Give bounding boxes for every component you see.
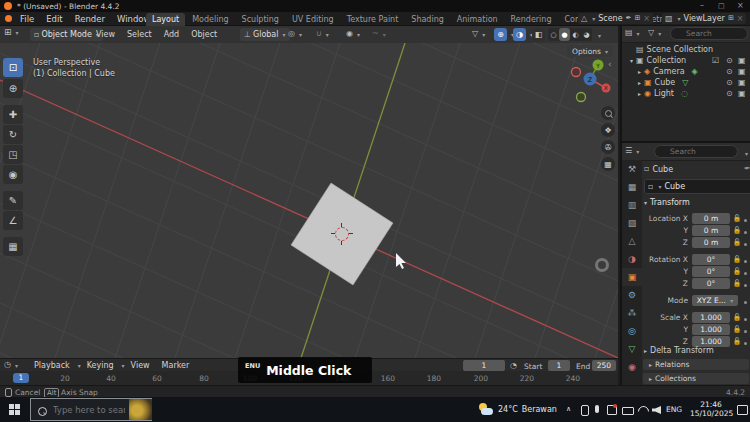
- add-cube-tool[interactable]: ▦: [3, 237, 23, 256]
- shading-solid-button[interactable]: ●: [559, 28, 570, 41]
- animate-dot[interactable]: [744, 330, 747, 333]
- remove-view-layer-icon[interactable]: ×: [737, 15, 744, 23]
- orientation-dropdown[interactable]: ⊥ Global ▾: [240, 28, 290, 41]
- rotation-z-field[interactable]: 0°: [692, 278, 730, 289]
- disclosure-triangle-icon[interactable]: ▸: [638, 69, 641, 75]
- disclosure-triangle-icon[interactable]: ▸: [638, 91, 641, 97]
- lock-icon[interactable]: 🔓: [733, 312, 741, 323]
- start-button[interactable]: [2, 397, 26, 422]
- lock-icon[interactable]: 🔓: [733, 266, 741, 277]
- exclude-checkbox[interactable]: ☑: [712, 57, 719, 65]
- eye-icon[interactable]: ⊙: [726, 79, 733, 87]
- pin-icon[interactable]: ✒: [626, 15, 632, 22]
- unlink-scene-icon[interactable]: ×: [643, 15, 650, 23]
- menu-object[interactable]: Object: [185, 29, 223, 41]
- outliner-row-scene-collection[interactable]: ▤ Scene Collection: [622, 44, 750, 55]
- workspace-tab-animation[interactable]: Animation: [451, 13, 504, 26]
- menu-view-timeline[interactable]: View: [125, 360, 156, 372]
- shading-rendered-button[interactable]: ◕: [581, 28, 592, 41]
- gizmos-toggle[interactable]: ⊕: [494, 28, 507, 41]
- camera-render-toggle-icon[interactable]: ▣: [738, 57, 746, 65]
- menu-file[interactable]: File: [14, 13, 40, 25]
- properties-editor-type-button[interactable]: ☰ ▾: [625, 147, 639, 155]
- chevron-down-icon[interactable]: ▾: [745, 150, 748, 157]
- animate-dot[interactable]: [744, 272, 747, 275]
- current-frame-field[interactable]: 1: [463, 360, 505, 371]
- overlays-toggle[interactable]: ◑: [513, 28, 526, 41]
- maximize-button[interactable]: □: [718, 2, 725, 10]
- location-z-field[interactable]: 0 m: [692, 237, 730, 248]
- shading-material-button[interactable]: ◐: [570, 28, 581, 41]
- tab-particles[interactable]: ⁂: [622, 304, 642, 322]
- animate-dot[interactable]: [744, 231, 747, 234]
- animate-dot[interactable]: [744, 260, 747, 263]
- minimize-button[interactable]: –: [700, 2, 704, 10]
- workspace-tab-uv-editing[interactable]: UV Editing: [286, 13, 340, 26]
- rotation-x-field[interactable]: 0°: [692, 254, 730, 265]
- outliner-row-cube[interactable]: ▸ ▣ Cube ▽ ⊙ ▣: [622, 77, 750, 88]
- blender-menu-icon[interactable]: [5, 15, 12, 22]
- rotate-tool[interactable]: ↻: [3, 125, 23, 144]
- hidden-icons-chevron[interactable]: ∧: [566, 405, 571, 413]
- viewport-3d[interactable]: User Perspective (1) Collection | Cube O…: [0, 43, 618, 358]
- zoom-view-button[interactable]: [601, 106, 615, 120]
- menu-view[interactable]: View: [90, 29, 121, 41]
- tab-tool[interactable]: ⚒: [622, 160, 642, 178]
- eye-icon[interactable]: ⊙: [726, 68, 733, 76]
- clock-widget[interactable]: 21:46 15/10/2025: [690, 400, 732, 418]
- lock-icon[interactable]: 🔓: [733, 336, 741, 347]
- workspace-tab-shading[interactable]: Shading: [405, 13, 450, 26]
- volume-tray-icon[interactable]: [652, 406, 661, 414]
- action-center-icon[interactable]: [737, 405, 748, 415]
- scale-x-field[interactable]: 1.000: [692, 312, 730, 323]
- camera-view-button[interactable]: ✇: [601, 140, 615, 154]
- animate-dot[interactable]: [744, 219, 747, 222]
- outliner-filter-button[interactable]: ▽ ▾: [648, 29, 661, 37]
- pivot-dropdown[interactable]: ◎ ▾: [288, 30, 302, 38]
- scene-selector[interactable]: △ ▾ Scene ✒ ⊞ ×: [578, 13, 653, 24]
- timeline-editor-type-button[interactable]: ◷ ▾: [4, 361, 18, 369]
- preview-range-toggle[interactable]: ◔: [510, 362, 517, 370]
- properties-search-input[interactable]: [654, 145, 738, 158]
- workspace-tab-layout[interactable]: Layout: [146, 13, 185, 26]
- ortho-view-button[interactable]: ▦: [601, 157, 615, 171]
- annotate-tool[interactable]: ✎: [3, 191, 23, 210]
- menu-playback[interactable]: Playback: [28, 360, 76, 372]
- tab-physics[interactable]: ◎: [622, 322, 642, 340]
- location-x-field[interactable]: 0 m: [692, 213, 730, 224]
- animate-dot[interactable]: [744, 243, 747, 246]
- cursor-tool[interactable]: ⊕: [3, 79, 23, 98]
- search-highlight-image[interactable]: [129, 399, 152, 420]
- new-scene-icon[interactable]: ⊞: [634, 15, 640, 22]
- navigation-gizmo[interactable]: Y Z X: [568, 56, 618, 106]
- animate-dot[interactable]: [744, 342, 747, 345]
- tab-scene[interactable]: △: [622, 232, 642, 250]
- new-view-layer-icon[interactable]: ⊞: [728, 15, 734, 22]
- wifi-tray-icon[interactable]: [636, 404, 652, 420]
- outliner-search-input[interactable]: [670, 27, 748, 40]
- delta-transform-panel[interactable]: ▸ Delta Transform: [644, 346, 714, 355]
- workspace-tab-rendering[interactable]: Rendering: [505, 13, 558, 26]
- xray-toggle[interactable]: ◧: [532, 28, 545, 41]
- collections-panel[interactable]: ▸Collections: [643, 373, 749, 384]
- animate-dot[interactable]: [744, 284, 747, 287]
- lock-icon[interactable]: 🔓: [733, 324, 741, 335]
- tab-world[interactable]: ◑: [622, 250, 642, 268]
- camera-render-toggle-icon[interactable]: ▣: [738, 79, 746, 87]
- shading-dropdown[interactable]: ▾: [598, 32, 601, 39]
- tab-material[interactable]: ◉: [622, 358, 642, 376]
- microphone-tray-icon[interactable]: [595, 405, 599, 413]
- close-button[interactable]: ×: [737, 1, 744, 10]
- weather-widget[interactable]: 24°C Berawan: [478, 397, 557, 422]
- outliner-row-collection[interactable]: ▾ ▣ Collection ☑ ⊙ ▣: [622, 55, 750, 66]
- start-frame-field[interactable]: 1: [548, 360, 570, 371]
- editor-type-button[interactable]: ⊞ ▾: [4, 28, 19, 37]
- falloff-dropdown[interactable]: ~ ▾: [372, 30, 386, 38]
- outliner-row-camera[interactable]: ▸ ◈ Camera ◈ ⊙ ▣: [622, 66, 750, 77]
- menu-marker[interactable]: Marker: [156, 360, 196, 372]
- select-box-tool[interactable]: ⊡: [3, 58, 23, 77]
- tab-output[interactable]: ▥: [622, 196, 642, 214]
- pin-icon[interactable]: ✒: [744, 165, 750, 173]
- move-tool[interactable]: ✚: [3, 105, 23, 124]
- animate-dot[interactable]: [744, 318, 747, 321]
